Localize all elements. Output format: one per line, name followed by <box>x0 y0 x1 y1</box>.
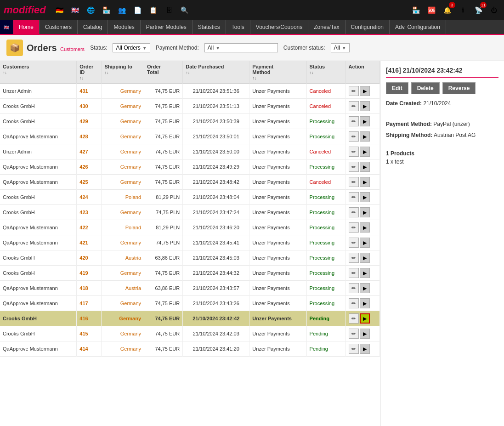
info-icon[interactable]: ℹ <box>456 4 469 17</box>
cell-order-id: 421 <box>77 235 102 250</box>
nav-item-tools[interactable]: Tools <box>226 20 250 34</box>
table-row: Unzer Admin 427 Germany 74,75 EUR 21/10/… <box>0 144 380 159</box>
nav-item-customers[interactable]: Customers <box>40 20 78 34</box>
edit-row-button[interactable]: ✏ <box>349 147 359 157</box>
nav-item-zones-tax[interactable]: Zones/Tax <box>308 20 345 34</box>
cell-date: 21/10/2024 23:50:39 <box>183 114 249 129</box>
cell-order-id: 419 <box>77 266 102 281</box>
edit-row-button[interactable]: ✏ <box>349 329 359 339</box>
col-status[interactable]: Status↑↓ <box>306 61 345 84</box>
nav-item-configuration[interactable]: Configuration <box>345 20 390 34</box>
cell-total: 74,75 EUR <box>144 266 183 281</box>
pages-icon[interactable]: 📄 <box>131 4 144 17</box>
cell-order-id: 415 <box>77 326 102 341</box>
edit-row-button[interactable]: ✏ <box>349 283 359 293</box>
cell-shipping: Austria <box>102 250 144 266</box>
edit-row-button[interactable]: ✏ <box>349 268 359 278</box>
edit-row-button[interactable]: ✏ <box>349 207 359 217</box>
delete-button[interactable]: Delete <box>411 82 440 94</box>
view-row-button[interactable]: ▶ <box>360 238 370 248</box>
edit-row-button[interactable]: ✏ <box>349 101 359 111</box>
edit-row-button[interactable]: ✏ <box>349 86 359 96</box>
view-row-button[interactable]: ▶ <box>360 344 370 354</box>
view-row-button[interactable]: ▶ <box>360 192 370 202</box>
action-buttons: ✏ ▶ <box>349 147 377 157</box>
edit-row-button[interactable]: ✏ <box>349 192 359 202</box>
customer-status-dropdown[interactable]: All ▼ <box>331 43 350 52</box>
view-row-button[interactable]: ▶ <box>360 86 370 96</box>
view-row-button[interactable]: ▶ <box>360 177 370 187</box>
cell-status: Canceled <box>306 99 345 114</box>
globe-icon[interactable]: 🌐 <box>85 4 97 17</box>
flag-gb-icon[interactable]: 🇬🇧 <box>69 4 82 17</box>
view-row-button[interactable]: ▶ <box>360 131 370 142</box>
col-shipping[interactable]: Shipping to↑↓ <box>102 61 144 84</box>
view-row-button[interactable]: ▶ <box>360 116 370 126</box>
view-row-button[interactable]: ▶ <box>360 101 370 111</box>
users-icon[interactable]: 👥 <box>116 4 129 17</box>
view-row-button[interactable]: ▶ <box>360 222 370 233</box>
nav-item-partner-modules[interactable]: Partner Modules <box>141 20 193 34</box>
view-row-button[interactable]: ▶ <box>360 147 370 157</box>
action-buttons: ✏ ▶ <box>349 162 377 172</box>
view-row-button[interactable]: ▶ <box>360 162 370 172</box>
rss-icon[interactable]: 📡11 <box>472 4 485 17</box>
notifications-icon[interactable]: 🔔3 <box>441 4 453 17</box>
view-row-button[interactable]: ▶ <box>360 207 370 217</box>
cell-shipping: Germany <box>102 311 144 326</box>
view-row-button[interactable]: ▶ <box>360 329 370 339</box>
edit-row-button[interactable]: ✏ <box>349 116 359 126</box>
edit-row-button[interactable]: ✏ <box>349 253 359 263</box>
edit-row-button[interactable]: ✏ <box>349 131 359 142</box>
edit-button[interactable]: Edit <box>386 82 408 94</box>
edit-row-button[interactable]: ✏ <box>349 162 359 172</box>
page-title-group: Orders Customers <box>27 43 85 53</box>
cell-order-id: 427 <box>77 144 102 159</box>
view-row-button[interactable]: ▶ <box>360 268 370 278</box>
col-customers[interactable]: Customers↑↓ <box>0 61 77 84</box>
edit-row-button[interactable]: ✏ <box>349 177 359 187</box>
edit-row-button[interactable]: ✏ <box>349 222 359 233</box>
cell-shipping: Poland <box>102 190 144 205</box>
customer-status-value: All <box>334 45 340 51</box>
action-buttons: ✏ ▶ <box>349 313 377 324</box>
nav-item-adv-configuration[interactable]: Adv. Configuration <box>390 20 446 34</box>
database-icon[interactable]: 🗄 <box>163 4 176 17</box>
help-icon[interactable]: 🆘 <box>425 4 438 17</box>
col-payment[interactable]: PaymentMethod↑↓ <box>249 61 306 84</box>
edit-row-button[interactable]: ✏ <box>349 238 359 248</box>
store-icon[interactable]: 🏪 <box>409 4 422 17</box>
reverse-button[interactable]: Reverse <box>442 82 476 94</box>
search-icon[interactable]: 🔍 <box>178 4 191 17</box>
view-row-button[interactable]: ▶ <box>360 253 370 263</box>
cell-shipping: Germany <box>102 175 144 190</box>
nav-item-home[interactable]: Home <box>13 20 40 34</box>
cell-status: Processing <box>306 159 345 175</box>
col-date[interactable]: Date Purchased↑↓ <box>183 61 249 84</box>
payment-dropdown[interactable]: All ▼ <box>204 43 278 52</box>
edit-row-button[interactable]: ✏ <box>349 344 359 354</box>
cell-status: Canceled <box>306 84 345 99</box>
nav-flag-uk[interactable]: 🇬🇧 <box>0 20 13 34</box>
edit-row-button[interactable]: ✏ <box>349 313 359 324</box>
view-row-button[interactable]: ▶ <box>360 283 370 293</box>
power-icon[interactable]: ⏻ <box>487 4 500 17</box>
clipboard-icon[interactable]: 📋 <box>147 4 160 17</box>
shop-icon[interactable]: 🏪 <box>100 4 113 17</box>
edit-row-button[interactable]: ✏ <box>349 298 359 308</box>
date-created-label: Date Created: <box>386 100 422 107</box>
cell-total: 81,29 PLN <box>144 220 183 235</box>
view-row-button[interactable]: ▶ <box>360 313 370 324</box>
products-count: 1 Products <box>386 150 498 157</box>
table-row: QaApprove Mustermann 425 Germany 74,75 E… <box>0 175 380 190</box>
view-row-button[interactable]: ▶ <box>360 298 370 308</box>
col-order-id[interactable]: OrderID↑↓ <box>77 61 102 84</box>
nav-item-modules[interactable]: Modules <box>108 20 140 34</box>
table-row: QaApprove Mustermann 421 Germany 74,75 P… <box>0 235 380 250</box>
cell-date: 21/10/2024 23:51:36 <box>183 84 249 99</box>
nav-item-vouchers[interactable]: Vouchers/Coupons <box>250 20 308 34</box>
nav-item-catalog[interactable]: Catalog <box>78 20 108 34</box>
status-dropdown[interactable]: All Orders ▼ <box>113 43 150 52</box>
nav-item-statistics[interactable]: Statistics <box>193 20 226 34</box>
flag-de-icon[interactable]: 🇩🇪 <box>53 4 66 17</box>
